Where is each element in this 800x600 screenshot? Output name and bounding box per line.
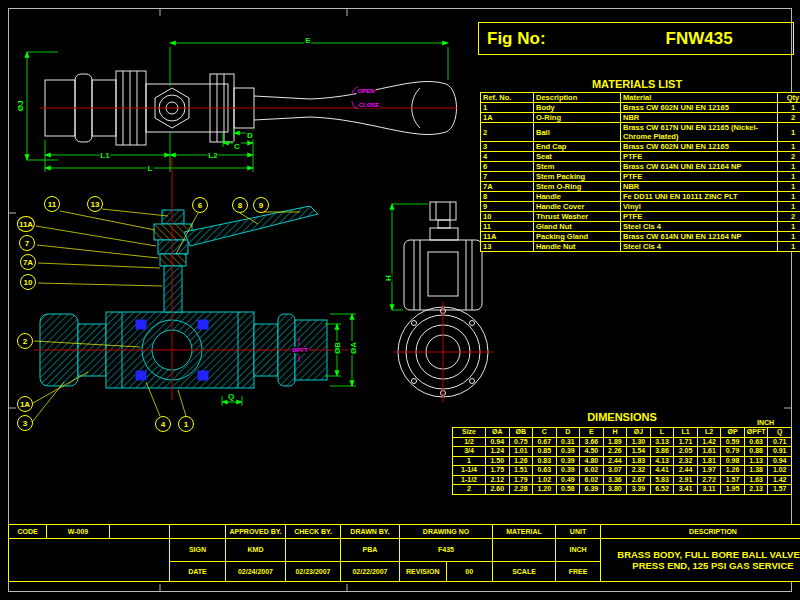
table-row: 11Gland NutSteel Cls 41 xyxy=(481,222,800,232)
material-value xyxy=(493,539,556,562)
table-row: 6StemBrass CW 614N UNI EN 12164 NP1 xyxy=(481,162,800,172)
dim-label-ØA: ØA xyxy=(349,341,358,355)
cad-drawing-sheet: 111368911A77A1021A341EØJL1L2LCDHØBØAQØPF… xyxy=(0,0,800,600)
table-row: 3/41.241.010.850.394.502.261.543.862.051… xyxy=(453,447,792,457)
check-date: 02/23/2007 xyxy=(286,562,341,582)
dim-label-L2: L2 xyxy=(207,151,218,160)
dim-label-ØPFT: ØPFT xyxy=(291,347,309,353)
column-header: L1 xyxy=(674,428,698,438)
approved-sign: KMD xyxy=(226,539,286,562)
column-header: ØA xyxy=(486,428,510,438)
balloon-1: 1 xyxy=(178,416,194,432)
balloon-7A: 7A xyxy=(20,254,36,270)
column-header: Q xyxy=(768,428,792,438)
dimensions-unit-note: INCH xyxy=(757,419,774,426)
balloon-3: 3 xyxy=(17,415,33,431)
table-row: 1/20.940.750.670.313.661.891.303.131.711… xyxy=(453,437,792,447)
sign-label: SIGN xyxy=(170,539,226,562)
dim-label-CLOSE: CLOSE xyxy=(358,102,381,108)
fig-number-box: Fig No: FNW435 xyxy=(478,22,794,55)
balloon-6: 6 xyxy=(192,197,208,213)
column-header: Description xyxy=(534,93,621,103)
dim-label-Q: Q xyxy=(227,392,235,401)
balloon-9: 9 xyxy=(253,197,269,213)
balloon-8: 8 xyxy=(232,197,248,213)
check-sign xyxy=(286,539,341,562)
table-row: 11APacking GlandBrass CW 614N UNI EN 121… xyxy=(481,232,800,242)
table-row: 8HandleFe DD11 UNI EN 10111 ZINC PLT1 xyxy=(481,192,800,202)
column-header: ØP xyxy=(721,428,745,438)
dim-label-ØJ: ØJ xyxy=(16,100,25,113)
table-row: 10Thrust WasherPTFE2 xyxy=(481,212,800,222)
table-row: 13Handle NutSteel Cls 41 xyxy=(481,242,800,252)
dim-label-D: D xyxy=(246,131,254,140)
material-label: MATERIAL xyxy=(493,525,556,539)
drawn-date: 02/22/2007 xyxy=(341,562,400,582)
table-row: 1-1/41.751.510.630.396.023.072.324.412.4… xyxy=(453,466,792,476)
column-header: ØPFT xyxy=(744,428,768,438)
drawn-by-label: DRAWN BY. xyxy=(341,525,400,539)
column-header: Size xyxy=(453,428,486,438)
column-header: D xyxy=(556,428,580,438)
revision-label: REVISION xyxy=(400,562,447,582)
drawing-no-label: DRAWING NO xyxy=(400,525,493,539)
check-by-label: CHECK BY. xyxy=(286,525,341,539)
dim-label-L1: L1 xyxy=(99,151,110,160)
code-label: CODE xyxy=(9,525,47,539)
table-row: 1BodyBrass CW 602N UNI EN 121651 xyxy=(481,103,800,113)
column-header: E xyxy=(580,428,604,438)
table-row: 4SeatPTFE2 xyxy=(481,152,800,162)
materials-table: Ref. No.DescriptionMaterialQty1BodyBrass… xyxy=(480,92,800,252)
table-row: 1AO-RingNBR2 xyxy=(481,113,800,123)
column-header: ØB xyxy=(509,428,533,438)
column-header: L xyxy=(650,428,674,438)
date-label: DATE xyxy=(170,562,226,582)
valve-drawing-canvas xyxy=(0,0,800,600)
balloon-1A: 1A xyxy=(17,396,33,412)
column-header: C xyxy=(533,428,557,438)
side-view-dimensions xyxy=(392,204,428,310)
unit-label: UNIT xyxy=(556,525,601,539)
drawn-sign: PBA xyxy=(341,539,400,562)
fig-number-label: Fig No: xyxy=(487,29,546,49)
dimensions-table: SizeØAØBCDEHØJLL1L2ØPØPFTQ1/20.940.750.6… xyxy=(452,427,792,495)
balloon-4: 4 xyxy=(155,416,171,432)
fig-number-value: FNW435 xyxy=(666,29,733,49)
code-value: W-009 xyxy=(47,525,110,539)
approved-by-label: APPROVED BY. xyxy=(226,525,286,539)
column-header: Qty xyxy=(778,93,800,103)
dim-label-E: E xyxy=(304,36,311,45)
unit-value: INCH xyxy=(556,539,601,562)
dim-label-OPEN: OPEN xyxy=(356,88,375,94)
column-header: H xyxy=(603,428,627,438)
table-row: 3End CapBrass CW 602N UNI EN 121651 xyxy=(481,142,800,152)
scale-label: SCALE xyxy=(493,562,556,582)
dimensions-title: DIMENSIONS xyxy=(452,411,792,423)
table-row: 7AStem O-RingNBR1 xyxy=(481,182,800,192)
description-line1: BRASS BODY, FULL BORE BALL VALVES, xyxy=(602,549,800,560)
column-header: Ref. No. xyxy=(481,93,534,103)
approved-date: 02/24/2007 xyxy=(226,562,286,582)
side-view-outline xyxy=(404,202,482,310)
balloon-13: 13 xyxy=(87,196,103,212)
table-row: 1-1/22.121.791.020.496.023.362.675.832.9… xyxy=(453,475,792,485)
column-header: Material xyxy=(621,93,778,103)
dim-label-H: H xyxy=(384,274,393,282)
description-value: BRASS BODY, FULL BORE BALL VALVES, PRESS… xyxy=(601,539,800,582)
dim-label-L: L xyxy=(147,164,154,173)
revision-value: 00 xyxy=(446,562,493,582)
scale-value: FREE xyxy=(556,562,601,582)
logo-area xyxy=(9,539,170,582)
table-row: 7Stem PackingPTFE1 xyxy=(481,172,800,182)
drawing-no-value: F435 xyxy=(400,539,493,562)
balloon-11: 11 xyxy=(44,196,60,212)
dim-label-C: C xyxy=(233,142,241,151)
centerline-end-view xyxy=(393,302,493,402)
table-row: 11.501.260.830.394.802.441.834.132.321.8… xyxy=(453,456,792,466)
balloon-10: 10 xyxy=(20,274,36,290)
description-line2: PRESS END, 125 PSI GAS SERVICE xyxy=(602,560,800,571)
table-row: 22.602.281.200.586.393.803.396.523.413.1… xyxy=(453,485,792,495)
table-row: 9Handle CoverVinyl1 xyxy=(481,202,800,212)
column-header: L2 xyxy=(697,428,721,438)
title-block: CODE W-009 APPROVED BY. CHECK BY. DRAWN … xyxy=(8,524,800,582)
